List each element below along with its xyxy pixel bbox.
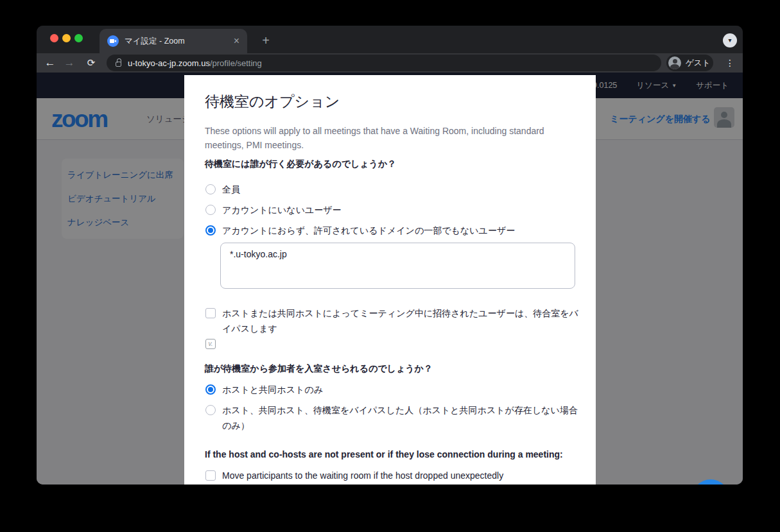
lock-icon — [116, 62, 121, 67]
radio-option-host-cohosts-bypassed[interactable]: ホスト、共同ホスト、待機室をバイパスした人（ホストと共同ホストが存在しない場合の… — [205, 405, 582, 433]
checkbox-move-to-waiting-room[interactable]: Move participants to the waiting room if… — [205, 470, 503, 482]
minimize-window-button[interactable] — [62, 34, 71, 42]
allowed-domains-input[interactable]: *.u-tokyo.ac.jp — [220, 243, 575, 289]
radio-checked-icon[interactable] — [205, 225, 216, 236]
question-who-can-admit: 誰が待機室から参加者を入室させられるのでしょうか？ — [205, 363, 433, 375]
close-window-button[interactable] — [50, 34, 58, 42]
radio-option-users-not-in-allowed-domains[interactable]: アカウントにおらず、許可されているドメインの一部でもないユーザー — [205, 225, 515, 237]
guest-label: ゲスト — [686, 58, 710, 69]
question-host-not-present: If the host and co-hosts are not present… — [205, 449, 563, 459]
tab-close-icon[interactable]: × — [234, 36, 239, 46]
address-bar[interactable]: u-tokyo-ac-jp.zoom.us/profile/setting — [107, 55, 661, 71]
radio-checked-icon[interactable] — [205, 384, 216, 395]
checkbox-icon[interactable] — [205, 308, 216, 318]
radio-option-host-cohosts-only[interactable]: ホストと共同ホストのみ — [205, 384, 323, 396]
tab-title: マイ設定 - Zoom — [125, 36, 234, 47]
radio-option-users-not-in-account[interactable]: アカウントにいないユーザー — [205, 205, 342, 216]
browser-toolbar: ← → ⟳ u-tokyo-ac-jp.zoom.us/profile/sett… — [37, 53, 743, 73]
question-who-goes-to-waiting-room: 待機室には誰が行く必要があるのでしょうか？ — [205, 159, 396, 170]
browser-menu-icon[interactable]: ⋮ — [722, 53, 738, 73]
browser-tab[interactable]: マイ設定 - Zoom × — [100, 29, 247, 53]
modal-description: These options will apply to all meetings… — [205, 124, 551, 152]
url-host: u-tokyo-ac-jp.zoom.us — [128, 58, 210, 68]
radio-icon[interactable] — [205, 184, 216, 194]
checkbox-icon[interactable] — [205, 470, 216, 481]
browser-window: マイ設定 - Zoom × + ▾ ← → ⟳ u-tokyo-ac-jp.zo… — [37, 26, 743, 485]
maximize-window-button[interactable] — [74, 34, 83, 42]
radio-icon[interactable] — [205, 205, 216, 215]
v-badge-icon: v. — [205, 339, 216, 349]
reload-icon[interactable]: ⟳ — [83, 53, 100, 73]
tab-strip: マイ設定 - Zoom × + ▾ — [37, 26, 743, 53]
profile-guest-button[interactable]: ゲスト — [666, 55, 713, 71]
forward-icon[interactable]: → — [61, 53, 78, 73]
zoom-web-page: 88.799.0125 リソース▼ サポート zoom ソリューショ ミーティン… — [37, 73, 743, 485]
radio-icon[interactable] — [205, 405, 216, 415]
new-tab-button[interactable]: + — [257, 33, 274, 49]
zoom-favicon-icon — [107, 35, 119, 47]
radio-option-everyone[interactable]: 全員 — [205, 184, 240, 196]
back-icon[interactable]: ← — [42, 53, 58, 73]
guest-avatar-icon — [668, 56, 681, 69]
waiting-room-options-modal: 待機室のオプション These options will apply to al… — [184, 75, 596, 485]
checkbox-invited-users-bypass[interactable]: ホストまたは共同ホストによってミーティング中に招待されたユーザーは、待合室をバイ… — [205, 308, 582, 336]
modal-title: 待機室のオプション — [205, 92, 340, 112]
tab-search-chevron-icon[interactable]: ▾ — [723, 33, 737, 47]
url-path: /profile/setting — [210, 58, 262, 68]
